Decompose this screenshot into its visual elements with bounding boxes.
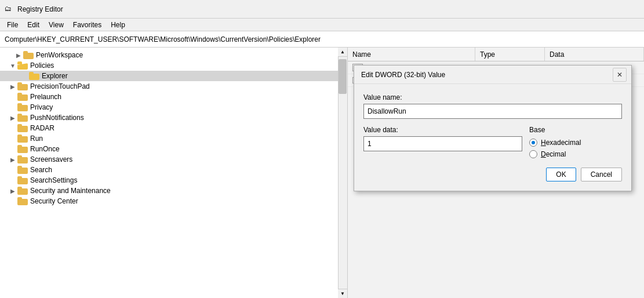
tree-item-radar[interactable]: RADAR bbox=[0, 123, 347, 133]
tree-item-label: Screensavers bbox=[30, 155, 72, 163]
base-radio-group: Hexadecimal Decimal bbox=[529, 139, 622, 158]
tree-item-label: Run bbox=[30, 135, 43, 143]
address-path: Computer\HKEY_CURRENT_USER\SOFTWARE\Micr… bbox=[5, 35, 321, 43]
tree-item-label: PenWorkspace bbox=[36, 51, 83, 59]
folder-icon bbox=[17, 61, 28, 70]
value-data-input[interactable] bbox=[363, 136, 522, 151]
expand-arrow[interactable]: ▶ bbox=[8, 115, 17, 121]
tree-item-precisiontouchpad[interactable]: ▶ PrecisionTouchPad bbox=[0, 81, 347, 92]
folder-icon bbox=[17, 93, 28, 101]
tree-item-label: Security Center bbox=[30, 197, 78, 205]
value-name-input[interactable] bbox=[363, 104, 622, 119]
tree-scrollbar[interactable]: ▲ ▼ bbox=[338, 48, 347, 298]
tree-item-prelaunch[interactable]: Prelaunch bbox=[0, 92, 347, 102]
dialog-title-bar: Edit DWORD (32-bit) Value ✕ bbox=[354, 66, 631, 84]
tree-item-runonce[interactable]: RunOnce bbox=[0, 144, 347, 154]
scroll-down-button[interactable]: ▼ bbox=[338, 289, 347, 298]
edit-dword-dialog: Edit DWORD (32-bit) Value ✕ Value name: … bbox=[354, 65, 632, 191]
tree-item-security-maintenance[interactable]: ▶ Security and Maintenance bbox=[0, 186, 347, 196]
folder-icon bbox=[17, 135, 28, 143]
tree-panel: ▶ PenWorkspace ▼ Policies Explorer bbox=[0, 48, 348, 298]
radio-hex-circle bbox=[529, 139, 537, 147]
dialog-buttons: OK Cancel bbox=[363, 168, 622, 181]
tree-item-privacy[interactable]: Privacy bbox=[0, 102, 347, 112]
folder-icon bbox=[17, 197, 28, 205]
radio-hex-label: Hexadecimal bbox=[541, 139, 581, 147]
menu-bar: File Edit View Favorites Help bbox=[0, 19, 644, 31]
tree-item-pushnotifications[interactable]: ▶ PushNotifications bbox=[0, 112, 347, 123]
tree-item-label: RunOnce bbox=[30, 145, 60, 153]
radio-dec-label: Decimal bbox=[541, 150, 566, 158]
address-bar: Computer\HKEY_CURRENT_USER\SOFTWARE\Micr… bbox=[0, 31, 644, 48]
base-label: Base bbox=[529, 126, 622, 134]
folder-icon bbox=[17, 124, 28, 132]
dialog-overlay: Edit DWORD (32-bit) Value ✕ Value name: … bbox=[348, 48, 644, 298]
right-panel: Name Type Data ab (Default) REG_SZ (valu… bbox=[348, 48, 644, 298]
app-icon: 🗂 bbox=[5, 5, 14, 14]
folder-icon bbox=[17, 103, 28, 111]
scroll-thumb[interactable] bbox=[339, 59, 347, 94]
value-data-label: Value data: bbox=[363, 126, 522, 134]
menu-view[interactable]: View bbox=[44, 20, 68, 30]
cancel-button[interactable]: Cancel bbox=[581, 168, 622, 181]
scroll-up-button[interactable]: ▲ bbox=[338, 48, 347, 57]
tree-item-explorer[interactable]: Explorer bbox=[0, 71, 347, 81]
folder-icon bbox=[17, 166, 28, 174]
folder-icon bbox=[17, 187, 28, 195]
tree-item-search[interactable]: Search bbox=[0, 165, 347, 175]
tree-item-screensavers[interactable]: ▶ Screensavers bbox=[0, 154, 347, 165]
expand-arrow[interactable]: ▼ bbox=[8, 63, 17, 69]
tree-item-security-center[interactable]: Security Center bbox=[0, 196, 347, 206]
radio-dec-circle bbox=[529, 150, 537, 158]
menu-favorites[interactable]: Favorites bbox=[68, 20, 106, 30]
menu-file[interactable]: File bbox=[2, 20, 23, 30]
expand-arrow[interactable]: ▶ bbox=[8, 157, 17, 163]
radio-decimal[interactable]: Decimal bbox=[529, 150, 622, 158]
tree-item-run[interactable]: Run bbox=[0, 133, 347, 144]
radio-hexadecimal[interactable]: Hexadecimal bbox=[529, 139, 622, 147]
folder-icon bbox=[17, 155, 28, 163]
expand-arrow[interactable]: ▶ bbox=[8, 83, 17, 90]
folder-icon bbox=[17, 145, 28, 153]
tree-item-label: Search bbox=[30, 166, 52, 174]
tree-item-searchsettings[interactable]: SearchSettings bbox=[0, 175, 347, 186]
tree-item-label: Policies bbox=[30, 61, 54, 70]
tree-item-label: Privacy bbox=[30, 103, 53, 111]
expand-arrow[interactable]: ▶ bbox=[14, 52, 23, 59]
folder-icon bbox=[17, 176, 28, 184]
folder-icon bbox=[23, 51, 34, 59]
ok-button[interactable]: OK bbox=[546, 168, 576, 181]
value-name-label: Value name: bbox=[363, 93, 622, 101]
dialog-title: Edit DWORD (32-bit) Value bbox=[361, 71, 445, 79]
dialog-right-section: Base Hexadecimal Decimal bbox=[529, 126, 622, 158]
tree-item-label: SearchSettings bbox=[30, 176, 77, 184]
menu-edit[interactable]: Edit bbox=[23, 20, 44, 30]
tree-item-label: Explorer bbox=[42, 72, 68, 80]
tree-item-label: Security and Maintenance bbox=[30, 187, 111, 195]
dialog-close-button[interactable]: ✕ bbox=[613, 68, 627, 82]
folder-icon bbox=[17, 114, 28, 122]
expand-arrow[interactable]: ▶ bbox=[8, 188, 17, 194]
folder-icon bbox=[17, 82, 28, 90]
tree-item-label: RADAR bbox=[30, 124, 54, 132]
main-layout: ▶ PenWorkspace ▼ Policies Explorer bbox=[0, 48, 644, 298]
tree-scroll[interactable]: ▶ PenWorkspace ▼ Policies Explorer bbox=[0, 48, 347, 298]
dialog-left-section: Value data: bbox=[363, 126, 522, 158]
tree-item-label: PrecisionTouchPad bbox=[30, 82, 90, 90]
dialog-data-row: Value data: Base Hexadecimal bbox=[363, 126, 622, 158]
folder-selected-icon bbox=[29, 72, 39, 80]
tree-item-label: Prelaunch bbox=[30, 93, 61, 101]
title-bar: 🗂 Registry Editor bbox=[0, 0, 644, 19]
app-title: Registry Editor bbox=[17, 5, 63, 13]
tree-item-label: PushNotifications bbox=[30, 114, 84, 122]
dialog-body: Value name: Value data: Base bbox=[354, 84, 631, 191]
menu-help[interactable]: Help bbox=[106, 20, 130, 30]
tree-item-policies[interactable]: ▼ Policies bbox=[0, 60, 347, 71]
tree-item-penworkspace[interactable]: ▶ PenWorkspace bbox=[0, 50, 347, 60]
